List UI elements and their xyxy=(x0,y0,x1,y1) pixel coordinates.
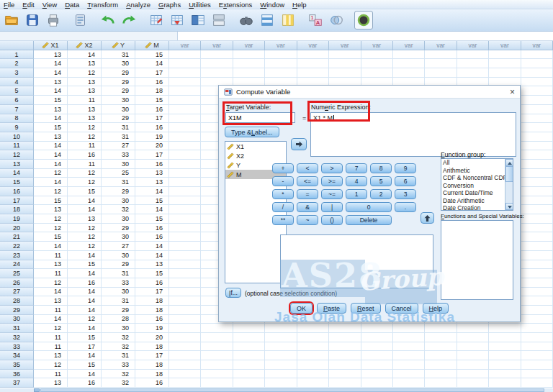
data-cell[interactable]: 15 xyxy=(34,196,68,206)
row-number[interactable]: 17 xyxy=(0,196,34,206)
data-cell[interactable]: 31 xyxy=(102,269,135,278)
horizontal-scrollbar[interactable] xyxy=(0,388,553,392)
data-cell-empty[interactable] xyxy=(521,205,553,214)
data-cell-empty[interactable] xyxy=(361,351,393,360)
data-cell[interactable]: 12 xyxy=(68,232,102,242)
data-cell-empty[interactable] xyxy=(489,351,521,360)
column-header-var[interactable]: var xyxy=(297,41,329,50)
data-cell-empty[interactable] xyxy=(329,342,361,352)
data-cell-empty[interactable] xyxy=(521,86,553,96)
column-header-var[interactable]: var xyxy=(233,41,265,50)
key-0[interactable]: 0 xyxy=(346,202,392,212)
data-cell-empty[interactable] xyxy=(329,333,361,342)
data-cell-empty[interactable] xyxy=(297,333,329,342)
data-cell[interactable]: 13 xyxy=(34,105,68,114)
print-icon[interactable] xyxy=(44,11,63,29)
row-number[interactable]: 7 xyxy=(0,105,34,114)
data-cell-empty[interactable] xyxy=(265,351,297,360)
data-cell[interactable]: 13 xyxy=(34,296,68,306)
data-cell-empty[interactable] xyxy=(457,68,489,78)
data-cell-empty[interactable] xyxy=(521,160,553,169)
menu-analyze[interactable]: Analyze xyxy=(126,1,150,9)
scrollbar-thumb[interactable] xyxy=(40,388,544,392)
data-cell[interactable]: 18 xyxy=(135,360,169,370)
data-cell-empty[interactable] xyxy=(169,296,201,306)
data-cell-empty[interactable] xyxy=(169,324,201,333)
key-lteq[interactable]: <= xyxy=(297,176,318,186)
function-group-item[interactable]: Date Creation xyxy=(441,204,513,211)
column-header-var[interactable]: var xyxy=(521,41,553,50)
data-cell[interactable]: 30 xyxy=(102,196,135,206)
data-cell[interactable]: 28 xyxy=(102,315,135,324)
data-cell-empty[interactable] xyxy=(521,68,553,78)
key-gt[interactable]: > xyxy=(321,163,343,173)
data-cell-empty[interactable] xyxy=(393,360,425,370)
close-icon[interactable]: × xyxy=(510,88,515,96)
value-labels-icon[interactable]: 1A xyxy=(306,11,325,29)
data-cell-empty[interactable] xyxy=(521,342,553,352)
key-1[interactable]: 1 xyxy=(346,189,367,199)
row-number[interactable]: 26 xyxy=(0,278,34,288)
data-cell-empty[interactable] xyxy=(521,333,553,342)
row-number[interactable]: 28 xyxy=(0,296,34,306)
data-cell[interactable]: 16 xyxy=(135,105,169,114)
data-cell-empty[interactable] xyxy=(201,360,233,370)
key-slash[interactable]: / xyxy=(272,202,294,212)
data-cell[interactable]: 15 xyxy=(68,360,102,370)
data-cell-empty[interactable] xyxy=(201,378,233,388)
transfer-variable-button[interactable] xyxy=(291,138,307,150)
data-cell-empty[interactable] xyxy=(169,288,201,297)
data-cell[interactable]: 20 xyxy=(135,142,169,151)
data-cell[interactable]: 30 xyxy=(102,324,135,333)
data-cell-empty[interactable] xyxy=(521,196,553,206)
data-cell-empty[interactable] xyxy=(457,324,489,333)
data-cell-empty[interactable] xyxy=(329,59,361,68)
data-cell[interactable]: 30 xyxy=(102,288,135,297)
data-cell[interactable]: 30 xyxy=(102,160,135,169)
insert-variable-icon[interactable] xyxy=(279,11,297,29)
row-number[interactable]: 22 xyxy=(0,242,34,251)
data-cell-empty[interactable] xyxy=(233,324,265,333)
help-button[interactable]: Help xyxy=(423,303,449,314)
data-cell-empty[interactable] xyxy=(169,224,201,233)
data-cell-empty[interactable] xyxy=(297,360,329,370)
key-pipe[interactable]: | xyxy=(321,202,343,212)
data-cell[interactable]: 16 xyxy=(135,160,169,169)
data-cell-empty[interactable] xyxy=(169,242,201,251)
data-cell[interactable]: 13 xyxy=(34,205,68,214)
data-cell-empty[interactable] xyxy=(393,378,425,388)
column-header-x2[interactable]: X2 xyxy=(68,41,102,50)
data-cell-empty[interactable] xyxy=(521,169,553,178)
data-cell-empty[interactable] xyxy=(169,96,201,105)
row-number[interactable]: 34 xyxy=(0,351,34,360)
function-group-scrollbar[interactable] xyxy=(505,159,513,210)
data-cell-empty[interactable] xyxy=(201,342,233,352)
data-cell[interactable]: 15 xyxy=(135,214,169,224)
data-cell[interactable]: 16 xyxy=(135,315,169,324)
row-number[interactable]: 23 xyxy=(0,251,34,260)
data-cell-empty[interactable] xyxy=(489,324,521,333)
data-cell-empty[interactable] xyxy=(521,370,553,379)
data-cell[interactable]: 14 xyxy=(68,324,102,333)
data-cell-empty[interactable] xyxy=(457,59,489,68)
data-cell-empty[interactable] xyxy=(521,59,553,68)
if-button[interactable]: If... xyxy=(225,288,241,298)
data-cell[interactable]: 12 xyxy=(68,169,102,178)
variable-item-x2[interactable]: X2 xyxy=(225,151,286,160)
data-cell-empty[interactable] xyxy=(329,360,361,370)
data-cell-empty[interactable] xyxy=(265,68,297,78)
data-cell-empty[interactable] xyxy=(521,187,553,196)
data-cell-empty[interactable] xyxy=(265,378,297,388)
row-number[interactable]: 33 xyxy=(0,342,34,352)
data-cell[interactable]: 12 xyxy=(68,224,102,233)
data-cell-empty[interactable] xyxy=(521,288,553,297)
data-cell-empty[interactable] xyxy=(265,50,297,60)
data-cell-empty[interactable] xyxy=(361,378,393,388)
data-cell[interactable]: 29 xyxy=(102,224,135,233)
column-header-x1[interactable]: X1 xyxy=(34,41,68,50)
data-cell-empty[interactable] xyxy=(169,278,201,288)
column-header-var[interactable]: var xyxy=(201,41,233,50)
function-group-item[interactable]: CDF & Noncentral CDF xyxy=(441,174,513,182)
data-cell[interactable]: 31 xyxy=(102,296,135,306)
data-cell-empty[interactable] xyxy=(521,360,553,370)
